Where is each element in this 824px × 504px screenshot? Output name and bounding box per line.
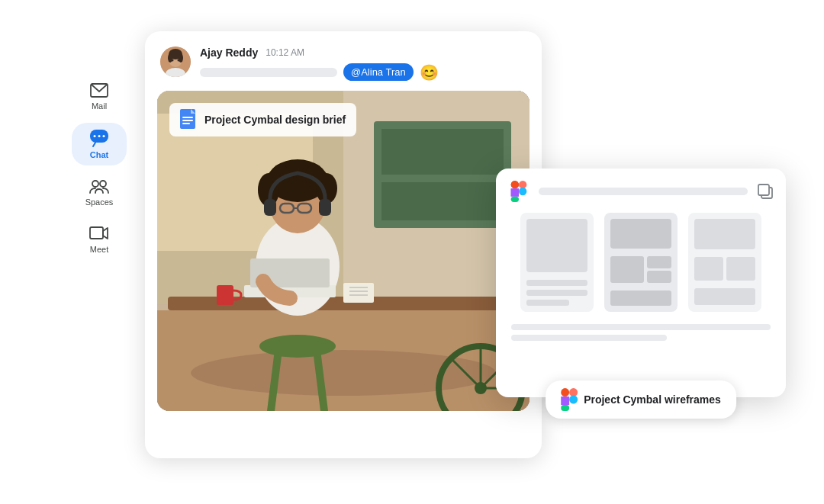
svg-rect-7 (90, 227, 103, 239)
sender-name: Ajay Reddy (200, 47, 258, 59)
wireframe-2 (604, 213, 678, 312)
wf2-bot (610, 291, 671, 306)
doc-label: Project Cymbal design brief (169, 103, 356, 136)
wf2-top (610, 219, 671, 249)
wf2-left (610, 256, 644, 283)
svg-rect-18 (182, 117, 193, 118)
svg-rect-66 (511, 188, 519, 196)
message-info: Ajay Reddy 10:12 AM @Alina Tran 😊 (200, 47, 526, 82)
figma-bottom-label: Project Cymbal wireframes (546, 380, 736, 419)
wireframes-area (508, 213, 774, 312)
copy-icon (757, 183, 774, 200)
emoji-reaction: 😊 (420, 63, 439, 82)
svg-point-2 (94, 135, 96, 137)
svg-rect-48 (343, 283, 374, 303)
svg-rect-26 (381, 129, 504, 175)
wf2-right (647, 256, 671, 283)
svg-rect-27 (381, 182, 504, 220)
svg-point-3 (98, 135, 101, 137)
sidebar-item-chat[interactable]: Chat (72, 123, 127, 165)
svg-rect-47 (217, 285, 233, 305)
svg-rect-62 (519, 181, 526, 188)
svg-rect-73 (561, 396, 569, 405)
doc-title: Project Cymbal design brief (204, 114, 346, 126)
svg-point-72 (569, 395, 578, 403)
figma-label-icon (561, 388, 578, 411)
svg-rect-43 (264, 199, 276, 216)
sidebar-item-meet[interactable]: Meet (72, 219, 127, 260)
figma-url-bar (539, 188, 748, 195)
chat-icon (89, 129, 109, 147)
figma-logo (508, 181, 529, 202)
main-chat-card: Ajay Reddy 10:12 AM @Alina Tran 😊 (145, 31, 542, 458)
svg-point-4 (103, 135, 105, 137)
mail-icon (90, 83, 108, 98)
svg-rect-69 (758, 185, 769, 195)
figma-footer-bars (508, 324, 774, 341)
chat-message-header: Ajay Reddy 10:12 AM @Alina Tran 😊 (145, 31, 542, 91)
figma-card: Project Cymbal wireframes (496, 169, 786, 397)
meet-icon (89, 225, 109, 242)
wf2-r1 (647, 256, 671, 268)
svg-rect-70 (561, 388, 569, 396)
wf3-bot (694, 288, 755, 305)
avatar (160, 47, 191, 77)
svg-rect-44 (319, 199, 331, 216)
wf2-r2 (647, 271, 671, 283)
footer-bar-2 (511, 335, 667, 341)
wf3-cell2 (726, 257, 755, 281)
message-text-bar (200, 68, 337, 77)
svg-rect-67 (511, 196, 519, 201)
svg-point-14 (172, 59, 174, 61)
spaces-icon (89, 178, 110, 194)
sidebar-mail-label: Mail (92, 101, 107, 111)
wireframe-1 (520, 213, 594, 312)
doc-preview: Project Cymbal design brief (157, 91, 529, 411)
svg-point-6 (100, 181, 106, 187)
wf1-row3 (526, 300, 569, 306)
wf3-mid (694, 257, 755, 281)
sidebar-item-spaces[interactable]: Spaces (72, 172, 127, 213)
sidebar-spaces-label: Spaces (85, 197, 114, 207)
mention-tag: @Alina Tran (343, 63, 414, 81)
wf1-top (526, 219, 587, 272)
footer-bar-1 (511, 324, 771, 330)
photo-background (157, 91, 529, 411)
svg-rect-74 (561, 405, 569, 411)
figma-card-header (508, 181, 774, 202)
svg-rect-20 (182, 123, 190, 124)
wf3-cell1 (694, 257, 723, 281)
wf2-mid (610, 256, 671, 283)
sidebar-item-mail[interactable]: Mail (72, 77, 127, 117)
figma-label-text: Project Cymbal wireframes (584, 393, 721, 406)
svg-rect-65 (511, 181, 519, 188)
svg-point-15 (178, 59, 180, 61)
sidebar: Mail Chat Spaces (69, 31, 130, 474)
wf1-row2 (526, 290, 587, 296)
svg-point-54 (259, 335, 336, 358)
sidebar-chat-label: Chat (90, 150, 108, 159)
gdocs-icon (180, 109, 198, 130)
svg-rect-19 (182, 120, 193, 121)
sidebar-meet-label: Meet (90, 245, 108, 254)
svg-point-5 (92, 181, 98, 187)
message-timestamp: 10:12 AM (266, 47, 304, 58)
svg-point-63 (519, 187, 526, 194)
wf3-top (694, 219, 755, 249)
wireframe-3 (688, 213, 761, 312)
wf1-row1 (526, 280, 587, 286)
svg-rect-71 (569, 388, 578, 396)
